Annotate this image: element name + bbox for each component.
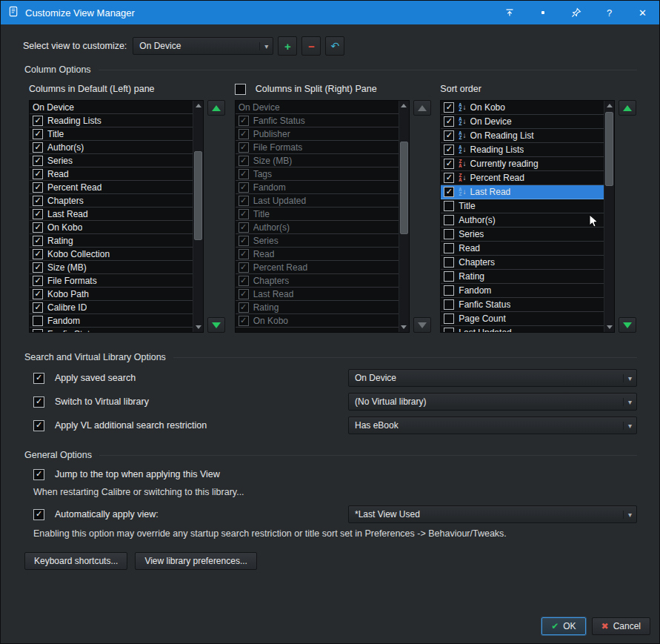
list-item[interactable]: Chapters — [236, 274, 399, 288]
list-item[interactable]: Page Count — [441, 312, 604, 326]
list-item[interactable]: On Kobo — [236, 314, 399, 328]
item-checkbox[interactable] — [239, 169, 249, 179]
list-item[interactable]: Kobo Path — [30, 288, 193, 301]
item-checkbox[interactable] — [33, 329, 43, 333]
item-checkbox[interactable] — [444, 328, 454, 333]
scroll-down-button[interactable] — [399, 322, 409, 332]
item-checkbox[interactable] — [444, 201, 454, 211]
list-item[interactable]: Last Read — [30, 208, 193, 221]
item-checkbox[interactable] — [33, 129, 43, 139]
list-item[interactable]: File Formats — [30, 274, 193, 288]
list-item[interactable]: Kobo Collection — [30, 248, 193, 261]
item-checkbox[interactable] — [239, 209, 249, 219]
minimize-button[interactable] — [526, 1, 559, 24]
auto-apply-dropdown[interactable]: *Last View Used ▾ — [348, 505, 637, 523]
scrollbar-thumb[interactable] — [194, 151, 202, 240]
item-checkbox[interactable] — [444, 313, 454, 324]
saved-search-dropdown[interactable]: On Device ▾ — [348, 369, 637, 387]
scroll-down-button[interactable] — [193, 322, 203, 332]
item-checkbox[interactable] — [444, 187, 454, 197]
list-item[interactable]: Percent Read — [236, 261, 399, 274]
scrollbar[interactable] — [604, 101, 614, 332]
list-item[interactable]: Last Updated — [441, 326, 604, 333]
list-item[interactable]: Size (MB) — [30, 261, 193, 274]
item-checkbox[interactable] — [33, 236, 43, 246]
switch-virtual-library-checkbox[interactable] — [33, 396, 44, 408]
scroll-up-button[interactable] — [604, 101, 614, 110]
item-checkbox[interactable] — [33, 289, 43, 299]
move-down-button[interactable] — [619, 317, 636, 333]
item-checkbox[interactable] — [444, 271, 454, 282]
ok-button[interactable]: ✔ OK — [541, 617, 585, 635]
remove-view-button[interactable]: − — [301, 36, 321, 56]
list-item[interactable]: Fandom — [30, 314, 193, 328]
item-checkbox[interactable] — [33, 222, 43, 233]
list-item[interactable]: Z A↓Percent Read — [441, 171, 604, 185]
item-checkbox[interactable] — [444, 215, 454, 225]
item-checkbox[interactable] — [239, 316, 249, 326]
item-checkbox[interactable] — [239, 249, 249, 259]
list-item[interactable]: Fanfic Status — [30, 328, 193, 333]
view-select-dropdown[interactable]: On Device ▾ — [133, 37, 273, 55]
list-item[interactable]: Chapters — [30, 194, 193, 208]
shade-window-button[interactable] — [493, 1, 526, 24]
list-item[interactable]: File Formats — [236, 141, 399, 154]
list-item[interactable]: Rating — [441, 270, 604, 284]
item-checkbox[interactable] — [444, 159, 454, 169]
list-item[interactable]: Read — [236, 248, 399, 261]
list-item[interactable]: Fanfic Status — [441, 298, 604, 312]
item-checkbox[interactable] — [444, 229, 454, 239]
list-item[interactable]: Reading Lists — [30, 114, 193, 127]
list-item[interactable]: Publisher — [236, 127, 399, 141]
list-item[interactable]: Title — [236, 208, 399, 221]
item-checkbox[interactable] — [444, 145, 454, 155]
rename-view-button[interactable]: ↶ — [325, 36, 344, 56]
list-item[interactable]: Title — [30, 127, 193, 141]
item-checkbox[interactable] — [33, 209, 43, 219]
move-down-button[interactable] — [207, 317, 225, 333]
item-checkbox[interactable] — [444, 285, 454, 296]
cancel-button[interactable]: ✖ Cancel — [592, 617, 650, 635]
split-pane-toggle-checkbox[interactable] — [235, 84, 246, 95]
item-checkbox[interactable] — [33, 142, 43, 153]
item-checkbox[interactable] — [239, 129, 249, 139]
list-item[interactable]: On Kobo — [30, 221, 193, 234]
list-item[interactable]: Series — [441, 228, 604, 242]
list-item[interactable]: Title — [441, 199, 604, 213]
list-item[interactable]: Tags — [236, 167, 399, 181]
item-checkbox[interactable] — [239, 222, 249, 233]
item-checkbox[interactable] — [33, 169, 43, 179]
list-item[interactable]: Chapters — [441, 256, 604, 270]
apply-saved-search-checkbox[interactable] — [33, 373, 44, 384]
sort-order-list[interactable]: A Z↓On KoboA Z↓On DeviceA Z↓On Reading L… — [440, 100, 615, 333]
scrollbar[interactable] — [193, 101, 203, 332]
item-checkbox[interactable] — [239, 116, 249, 126]
list-item[interactable]: Series — [236, 234, 399, 248]
list-item[interactable]: Percent Read — [30, 181, 193, 194]
scrollbar[interactable] — [399, 101, 409, 332]
item-checkbox[interactable] — [239, 262, 249, 273]
list-item[interactable]: Last Updated — [236, 194, 399, 208]
auto-apply-checkbox[interactable] — [33, 509, 44, 520]
item-checkbox[interactable] — [239, 142, 249, 153]
left-pane-list[interactable]: On DeviceReading ListsTitleAuthor(s)Seri… — [29, 100, 204, 333]
keyboard-shortcuts-button[interactable]: Keyboard shortcuts... — [24, 552, 127, 570]
item-checkbox[interactable] — [444, 173, 454, 183]
list-item[interactable]: Size (MB) — [236, 154, 399, 167]
close-button[interactable]: ✕ — [626, 1, 659, 24]
list-item[interactable]: Last Read — [236, 288, 399, 301]
list-item[interactable]: Z A↓Currently reading — [441, 157, 604, 171]
scrollbar-thumb[interactable] — [400, 142, 408, 234]
vl-restriction-dropdown[interactable]: Has eBook ▾ — [348, 416, 637, 434]
split-pane-list[interactable]: On DeviceFanfic StatusPublisherFile Form… — [235, 100, 410, 333]
virtual-library-dropdown[interactable]: (No Virtual library) ▾ — [348, 393, 637, 411]
pin-button[interactable] — [559, 1, 593, 24]
item-checkbox[interactable] — [33, 249, 43, 259]
list-item[interactable]: Author(s) — [441, 213, 604, 228]
list-item[interactable]: Read — [30, 167, 193, 181]
item-checkbox[interactable] — [239, 196, 249, 206]
list-item[interactable]: A Z↓On Kobo — [441, 101, 604, 115]
list-item[interactable]: Read — [441, 242, 604, 256]
list-item[interactable]: Rating — [30, 234, 193, 248]
list-item[interactable]: Series — [30, 154, 193, 167]
